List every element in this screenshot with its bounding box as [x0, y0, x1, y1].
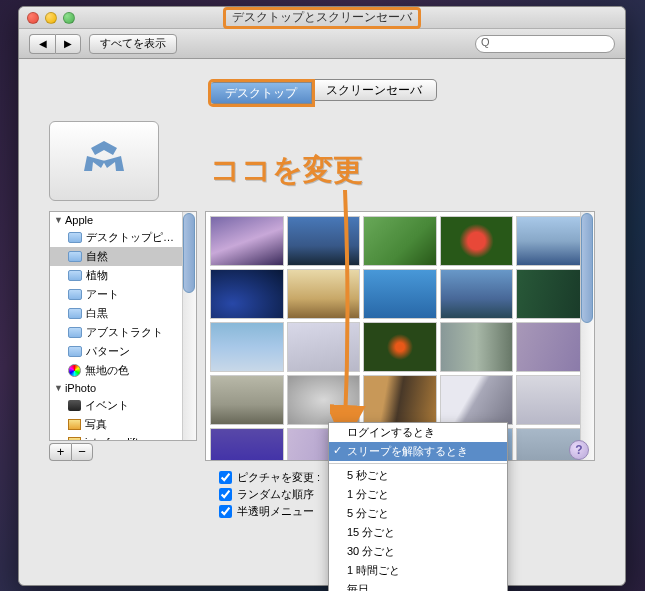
list-item[interactable]: イベント: [50, 396, 196, 415]
remove-button[interactable]: −: [71, 443, 93, 461]
thumbnail[interactable]: [363, 322, 437, 372]
tab-screensaver[interactable]: スクリーンセーバ: [312, 79, 437, 101]
zoom-button[interactable]: [63, 12, 75, 24]
tab-bar: デスクトップ スクリーンセーバ: [49, 79, 595, 107]
popup-item-15m[interactable]: 15 分ごと: [329, 523, 507, 542]
folder-icon: [68, 308, 82, 319]
titlebar[interactable]: デスクトップとスクリーンセーバ: [19, 7, 625, 29]
popup-item-30m[interactable]: 30 分ごと: [329, 542, 507, 561]
popup-item-wake[interactable]: スリープを解除するとき◤: [329, 442, 507, 461]
thumbnail[interactable]: [516, 375, 590, 425]
scroll-thumb[interactable]: [183, 213, 195, 293]
random-checkbox[interactable]: [219, 488, 232, 501]
category-label: Apple: [65, 214, 93, 226]
thumbnail[interactable]: [210, 322, 284, 372]
list-item[interactable]: 無地の色: [50, 361, 196, 380]
list-item[interactable]: アブストラクト: [50, 323, 196, 342]
translucent-label: 半透明メニュー: [237, 504, 314, 519]
back-button[interactable]: ◀: [29, 34, 55, 54]
tab-highlight: デスクトップ: [208, 79, 315, 107]
translucent-checkbox[interactable]: [219, 505, 232, 518]
popup-item-5s[interactable]: 5 秒ごと: [329, 466, 507, 485]
thumbnail[interactable]: [287, 269, 361, 319]
list-item[interactable]: 写真: [50, 415, 196, 434]
list-item[interactable]: interfacelift: [50, 434, 196, 440]
thumbnail[interactable]: [210, 216, 284, 266]
popup-item-daily[interactable]: 毎日: [329, 580, 507, 591]
list-item[interactable]: 白黒: [50, 304, 196, 323]
popup-item-1m[interactable]: 1 分ごと: [329, 485, 507, 504]
photo-icon: [68, 419, 81, 430]
sidebar-scrollbar[interactable]: [182, 212, 196, 440]
thumbnail[interactable]: [516, 322, 590, 372]
tab-desktop[interactable]: デスクトップ: [211, 82, 312, 104]
color-wheel-icon: [68, 364, 81, 377]
thumbnail[interactable]: [440, 269, 514, 319]
item-label: 自然: [86, 249, 108, 264]
thumbnail[interactable]: [210, 428, 284, 461]
folder-icon: [68, 232, 82, 243]
forward-button[interactable]: ▶: [55, 34, 81, 54]
item-label: 植物: [86, 268, 108, 283]
item-label: イベント: [85, 398, 129, 413]
thumbnail[interactable]: [516, 216, 590, 266]
add-remove-buttons: + −: [49, 443, 197, 461]
nav-buttons: ◀ ▶: [29, 34, 81, 54]
popup-separator: [329, 463, 507, 464]
thumbnail[interactable]: [210, 375, 284, 425]
list-item[interactable]: パターン: [50, 342, 196, 361]
folder-icon: [68, 251, 82, 262]
change-picture-label: ピクチャを変更 :: [237, 470, 320, 485]
change-picture-checkbox[interactable]: [219, 471, 232, 484]
thumbnail[interactable]: [363, 216, 437, 266]
source-list[interactable]: ▼Apple デスクトップピ… 自然 植物 アート 白黒 アブストラクト パター…: [50, 212, 196, 440]
thumbnail[interactable]: [363, 269, 437, 319]
disclosure-icon: ▼: [54, 383, 63, 393]
show-all-button[interactable]: すべてを表示: [89, 34, 177, 54]
category-apple[interactable]: ▼Apple: [50, 212, 196, 228]
title-highlight: デスクトップとスクリーンセーバ: [223, 7, 421, 29]
thumbnail[interactable]: [287, 216, 361, 266]
item-label: デスクトップピ…: [86, 230, 174, 245]
item-label: 白黒: [86, 306, 108, 321]
folder-icon: [68, 270, 82, 281]
minimize-button[interactable]: [45, 12, 57, 24]
window-title: デスクトップとスクリーンセーバ: [223, 9, 421, 26]
list-item[interactable]: デスクトップピ…: [50, 228, 196, 247]
folder-icon: [68, 327, 82, 338]
event-icon: [68, 400, 81, 411]
thumbnail[interactable]: [440, 216, 514, 266]
list-item[interactable]: アート: [50, 285, 196, 304]
toolbar: ◀ ▶ すべてを表示 Q: [19, 29, 625, 59]
popup-item-1h[interactable]: 1 時間ごと: [329, 561, 507, 580]
add-button[interactable]: +: [49, 443, 71, 461]
thumbnail[interactable]: [440, 375, 514, 425]
thumbnail[interactable]: [287, 322, 361, 372]
content: デスクトップ スクリーンセーバ ▼Apple デスクトップピ… 自然 植物 アー…: [19, 59, 625, 540]
category-iphoto[interactable]: ▼iPhoto: [50, 380, 196, 396]
popup-item-label: スリープを解除するとき: [347, 445, 468, 457]
popup-item-login[interactable]: ログインするとき: [329, 423, 507, 442]
help-button[interactable]: ?: [569, 440, 589, 460]
folder-icon: [68, 289, 82, 300]
thumbnail[interactable]: [210, 269, 284, 319]
thumbnail[interactable]: [516, 269, 590, 319]
thumbnail[interactable]: [363, 375, 437, 425]
source-sidebar: ▼Apple デスクトップピ… 自然 植物 アート 白黒 アブストラクト パター…: [49, 211, 197, 441]
search-icon: Q: [481, 36, 490, 48]
recycle-icon: [79, 136, 129, 186]
scroll-thumb[interactable]: [581, 213, 593, 323]
list-item[interactable]: 植物: [50, 266, 196, 285]
category-label: iPhoto: [65, 382, 96, 394]
random-label: ランダムな順序: [237, 487, 314, 502]
close-button[interactable]: [27, 12, 39, 24]
search-input[interactable]: [475, 35, 615, 53]
search-box: Q: [475, 34, 615, 53]
list-item[interactable]: 自然: [50, 247, 196, 266]
popup-item-5m[interactable]: 5 分ごと: [329, 504, 507, 523]
thumbs-scrollbar[interactable]: [580, 212, 594, 460]
interval-popup-menu[interactable]: ログインするとき スリープを解除するとき◤ 5 秒ごと 1 分ごと 5 分ごと …: [328, 422, 508, 591]
item-label: 無地の色: [85, 363, 129, 378]
thumbnail[interactable]: [440, 322, 514, 372]
thumbnail[interactable]: [287, 375, 361, 425]
